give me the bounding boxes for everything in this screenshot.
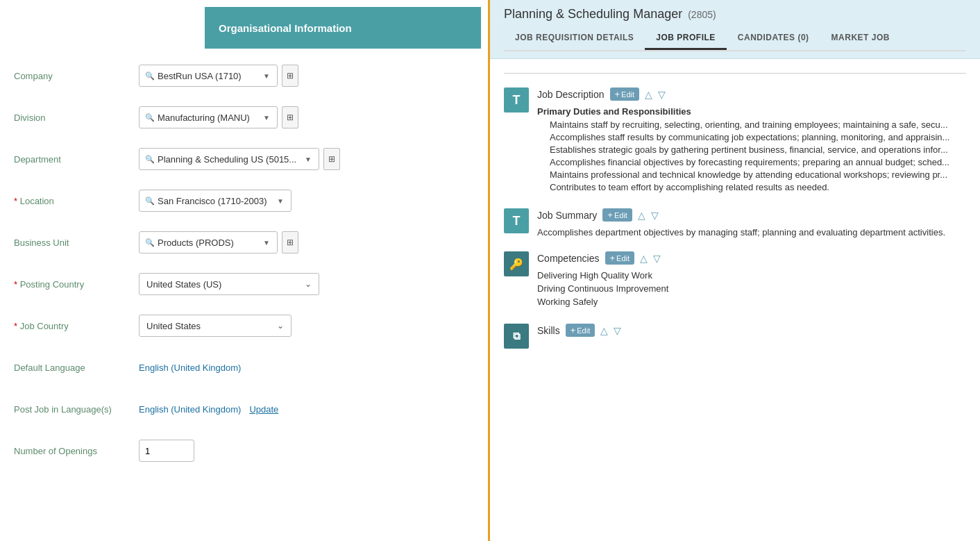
job-country-value: United States bbox=[146, 321, 201, 331]
competencies-body: Competencies Edit △ ▽ Delivering High Qu… bbox=[537, 251, 966, 310]
department-grid-btn[interactable]: ⊞ bbox=[323, 148, 340, 170]
post-job-language-value: English (United Kingdom) bbox=[139, 404, 241, 415]
division-control: 🔍 Manufacturing (MANU) ▼ ⊞ bbox=[139, 106, 474, 128]
bu-grid-btn[interactable]: ⊞ bbox=[282, 231, 298, 253]
job-description-title: Job Description bbox=[537, 89, 605, 100]
job-summary-move-up-icon[interactable]: △ bbox=[638, 210, 645, 221]
location-input[interactable]: 🔍 San Francisco (1710-2003) ▼ bbox=[139, 190, 292, 212]
competency-item: Driving Continuous Improvement bbox=[537, 283, 966, 294]
job-summary-edit-btn[interactable]: Edit bbox=[602, 208, 632, 222]
business-unit-label: Business Unit bbox=[14, 238, 139, 248]
job-summary-body: Job Summary Edit △ ▽ Accomplishes depart… bbox=[537, 208, 966, 238]
skills-section: ⧉ Skills Edit △ ▽ bbox=[504, 324, 966, 349]
competency-item: Working Safely bbox=[537, 297, 966, 307]
company-dropdown-arrow[interactable]: ▼ bbox=[262, 72, 271, 80]
job-description-edit-btn[interactable]: Edit bbox=[610, 88, 640, 101]
default-language-label: Default Language bbox=[14, 363, 139, 373]
job-summary-title: Job Summary bbox=[537, 210, 597, 221]
business-unit-input[interactable]: 🔍 Products (PRODS) ▼ bbox=[139, 231, 278, 253]
posting-country-select[interactable]: United States (US) ⌄ bbox=[139, 273, 319, 295]
number-of-openings-row: Number of Openings bbox=[14, 438, 474, 464]
list-item: Contributes to team effort by accomplish… bbox=[550, 182, 966, 192]
competencies-move-down-icon[interactable]: ▽ bbox=[653, 253, 661, 264]
post-job-language-row: Post Job in Language(s) English (United … bbox=[14, 396, 474, 422]
job-summary-section: T Job Summary Edit △ ▽ Accomplishes depa… bbox=[504, 208, 966, 238]
job-summary-content: Accomplishes department objectives by ma… bbox=[537, 227, 966, 238]
left-panel: Organisational Information Company 🔍 Bes… bbox=[0, 0, 490, 541]
skills-move-down-icon[interactable]: ▽ bbox=[614, 325, 621, 336]
job-summary-icon: T bbox=[504, 208, 529, 233]
division-input[interactable]: 🔍 Manufacturing (MANU) ▼ bbox=[139, 106, 278, 128]
company-control: 🔍 BestRun USA (1710) ▼ ⊞ bbox=[139, 65, 474, 87]
company-label: Company bbox=[14, 71, 139, 81]
tabs-row: JOB REQUISITION DETAILS JOB PROFILE CAND… bbox=[504, 27, 966, 51]
list-item: Accomplishes staff results by communicat… bbox=[550, 132, 966, 142]
business-unit-value: Products (PRODS) bbox=[158, 238, 259, 248]
number-of-openings-control bbox=[139, 440, 474, 462]
tab-job-requisition-details[interactable]: JOB REQUISITION DETAILS bbox=[504, 27, 645, 50]
company-value: BestRun USA (1710) bbox=[158, 71, 259, 81]
job-description-header: Job Description Edit △ ▽ bbox=[537, 88, 966, 101]
job-summary-move-down-icon[interactable]: ▽ bbox=[651, 210, 659, 221]
job-description-heading: Primary Duties and Responsibilities bbox=[537, 106, 691, 117]
job-description-list: Maintains staff by recruiting, selecting… bbox=[550, 119, 966, 192]
posting-country-control: United States (US) ⌄ bbox=[139, 273, 474, 295]
competencies-move-up-icon[interactable]: △ bbox=[640, 253, 648, 264]
number-of-openings-input[interactable] bbox=[139, 440, 194, 462]
bu-dropdown-arrow[interactable]: ▼ bbox=[262, 239, 271, 247]
job-description-section: T Job Description Edit △ ▽ Primary Dutie… bbox=[504, 88, 966, 194]
job-summary-text: Accomplishes department objectives by ma… bbox=[537, 227, 945, 238]
competencies-content: Delivering High Quality Work Driving Con… bbox=[537, 270, 966, 307]
business-unit-row: Business Unit 🔍 Products (PRODS) ▼ ⊞ bbox=[14, 229, 474, 256]
posting-country-row: Posting Country United States (US) ⌄ bbox=[14, 271, 474, 297]
default-language-row: Default Language English (United Kingdom… bbox=[14, 354, 474, 381]
skills-header: Skills Edit △ ▽ bbox=[537, 324, 966, 337]
department-input[interactable]: 🔍 Planning & Scheduling US (5015... ▼ bbox=[139, 148, 319, 170]
division-grid-btn[interactable]: ⊞ bbox=[282, 106, 298, 128]
location-row: Location 🔍 San Francisco (1710-2003) ▼ bbox=[14, 188, 474, 214]
skills-body: Skills Edit △ ▽ bbox=[537, 324, 966, 342]
company-input[interactable]: 🔍 BestRun USA (1710) ▼ bbox=[139, 65, 278, 87]
posting-country-value: United States (US) bbox=[146, 279, 221, 290]
org-info-title: Organisational Information bbox=[219, 22, 352, 34]
job-title: Planning & Scheduling Manager bbox=[504, 7, 682, 22]
location-search-icon: 🔍 bbox=[145, 197, 155, 206]
competencies-header: Competencies Edit △ ▽ bbox=[537, 251, 966, 265]
skills-title: Skills bbox=[537, 325, 560, 336]
list-item: Accomplishes financial objectives by for… bbox=[550, 157, 966, 167]
department-control: 🔍 Planning & Scheduling US (5015... ▼ ⊞ bbox=[139, 148, 474, 170]
job-description-move-up-icon[interactable]: △ bbox=[645, 89, 652, 100]
default-language-value: English (United Kingdom) bbox=[139, 363, 241, 373]
org-info-header: Organisational Information bbox=[205, 7, 481, 49]
number-of-openings-label: Number of Openings bbox=[14, 446, 139, 456]
division-dropdown-arrow[interactable]: ▼ bbox=[262, 114, 271, 122]
job-country-chevron-icon: ⌄ bbox=[277, 321, 284, 331]
posting-country-chevron-icon: ⌄ bbox=[305, 279, 312, 289]
location-control: 🔍 San Francisco (1710-2003) ▼ bbox=[139, 190, 474, 212]
list-item: Maintains professional and technical kno… bbox=[550, 169, 966, 180]
company-grid-btn[interactable]: ⊞ bbox=[282, 65, 298, 87]
default-language-control: English (United Kingdom) bbox=[139, 363, 474, 373]
job-country-select[interactable]: United States ⌄ bbox=[139, 315, 292, 337]
competencies-title: Competencies bbox=[537, 253, 600, 264]
competencies-edit-btn[interactable]: Edit bbox=[605, 251, 635, 265]
post-job-language-update-link[interactable]: Update bbox=[249, 404, 278, 415]
job-description-move-down-icon[interactable]: ▽ bbox=[658, 89, 666, 100]
tab-candidates[interactable]: CANDIDATES (0) bbox=[727, 27, 820, 50]
company-row: Company 🔍 BestRun USA (1710) ▼ ⊞ bbox=[14, 63, 474, 89]
department-label: Department bbox=[14, 154, 139, 165]
location-dropdown-arrow[interactable]: ▼ bbox=[276, 197, 285, 205]
division-label: Division bbox=[14, 113, 139, 123]
job-summary-header: Job Summary Edit △ ▽ bbox=[537, 208, 966, 222]
company-search-icon: 🔍 bbox=[145, 72, 155, 81]
content-divider bbox=[504, 73, 966, 74]
skills-move-up-icon[interactable]: △ bbox=[600, 325, 608, 336]
department-dropdown-arrow[interactable]: ▼ bbox=[303, 156, 313, 163]
location-label: Location bbox=[14, 196, 139, 206]
tab-job-profile[interactable]: JOB PROFILE bbox=[645, 27, 727, 50]
job-title-row: Planning & Scheduling Manager (2805) bbox=[504, 7, 966, 22]
right-content: T Job Description Edit △ ▽ Primary Dutie… bbox=[490, 59, 980, 541]
skills-edit-btn[interactable]: Edit bbox=[566, 324, 595, 337]
right-header: Planning & Scheduling Manager (2805) JOB… bbox=[490, 0, 980, 59]
tab-market-job[interactable]: MARKET JOB bbox=[820, 27, 901, 50]
